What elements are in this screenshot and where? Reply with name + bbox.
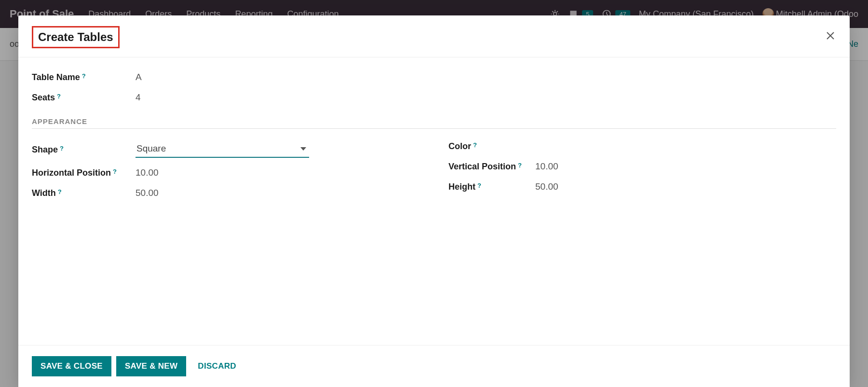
modal-title: Create Tables	[32, 26, 120, 48]
field-height: Height ? 50.00	[448, 181, 836, 192]
hpos-label: Horizontal Position ?	[32, 168, 136, 178]
field-color: Color ?	[448, 141, 836, 152]
color-label: Color ?	[448, 141, 535, 152]
modal-body: Table Name ? A Seats ? 4 APPEARANCE Shap…	[18, 57, 850, 345]
table-name-input[interactable]: A	[136, 72, 142, 83]
seats-input[interactable]: 4	[136, 92, 141, 103]
vpos-input[interactable]: 10.00	[535, 161, 558, 172]
field-seats: Seats ? 4	[32, 92, 836, 103]
field-table-name: Table Name ? A	[32, 72, 836, 83]
help-icon[interactable]: ?	[113, 168, 117, 175]
help-icon[interactable]: ?	[518, 162, 522, 169]
shape-value: Square	[136, 143, 166, 154]
width-input[interactable]: 50.00	[136, 188, 159, 198]
field-vpos: Vertical Position ? 10.00	[448, 161, 836, 172]
discard-button[interactable]: DISCARD	[191, 356, 243, 376]
hpos-input[interactable]: 10.00	[136, 167, 159, 178]
close-icon[interactable]	[825, 29, 836, 45]
width-label: Width ?	[32, 188, 136, 198]
help-icon[interactable]: ?	[57, 93, 61, 100]
save-close-button[interactable]: SAVE & CLOSE	[32, 356, 111, 376]
table-name-label: Table Name ?	[32, 72, 136, 83]
shape-label: Shape ?	[32, 145, 136, 155]
vpos-label: Vertical Position ?	[448, 162, 535, 172]
shape-select[interactable]: Square	[136, 141, 309, 158]
create-tables-modal: Create Tables Table Name ? A Seats ? 4 A…	[18, 15, 850, 387]
help-icon[interactable]: ?	[477, 182, 481, 189]
modal-header: Create Tables	[18, 15, 850, 57]
help-icon[interactable]: ?	[60, 145, 64, 152]
help-icon[interactable]: ?	[473, 141, 477, 149]
chevron-down-icon	[300, 147, 306, 151]
height-input[interactable]: 50.00	[535, 181, 558, 192]
modal-footer: SAVE & CLOSE SAVE & NEW DISCARD	[18, 345, 850, 387]
section-divider	[32, 128, 836, 129]
field-hpos: Horizontal Position ? 10.00	[32, 167, 420, 178]
save-new-button[interactable]: SAVE & NEW	[116, 356, 186, 376]
height-label: Height ?	[448, 182, 535, 192]
help-icon[interactable]: ?	[82, 72, 86, 80]
field-shape: Shape ? Square	[32, 141, 420, 158]
appearance-section-title: APPEARANCE	[32, 117, 836, 125]
seats-label: Seats ?	[32, 93, 136, 103]
field-width: Width ? 50.00	[32, 188, 420, 198]
help-icon[interactable]: ?	[58, 188, 62, 195]
